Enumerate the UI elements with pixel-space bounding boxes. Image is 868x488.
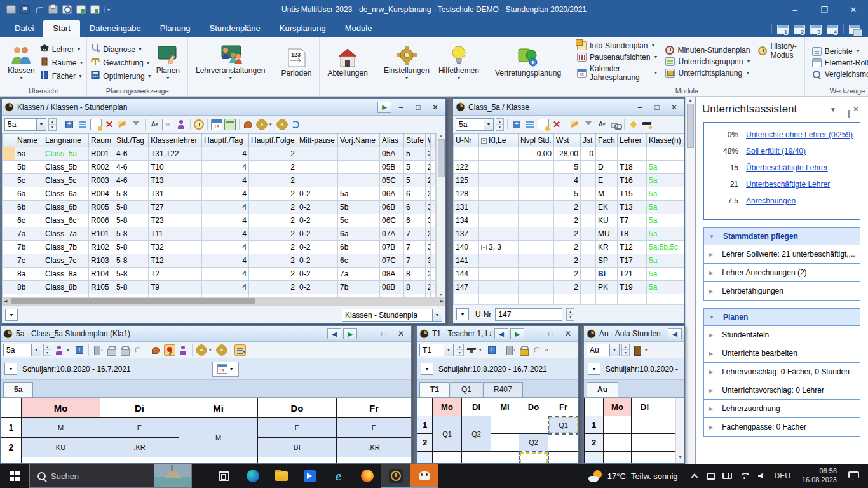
section-header[interactable]: ▼Planen <box>704 309 860 326</box>
empty-cell[interactable] <box>632 434 658 452</box>
fach-cell[interactable]: M <box>596 187 618 201</box>
table-cell[interactable]: 2 <box>249 294 297 297</box>
pin-mode-icon[interactable] <box>164 344 175 356</box>
nvpl-cell[interactable] <box>519 161 554 174</box>
table-cell[interactable]: 6a <box>15 187 43 201</box>
table-cell[interactable]: 0-2 <box>297 268 338 281</box>
close-icon[interactable]: ✕ <box>428 102 443 113</box>
delete-icon[interactable]: ✕ <box>104 119 115 130</box>
class-spinner[interactable]: ▲▼ <box>43 344 51 356</box>
element-rollup-button[interactable]: Element-Rollup <box>812 58 868 67</box>
table-cell[interactable]: 05A <box>380 147 404 161</box>
optimization-icon[interactable] <box>628 119 639 130</box>
tablet-mode-icon[interactable] <box>703 464 719 488</box>
undo-icon[interactable] <box>132 344 144 356</box>
row-selector-cell[interactable] <box>3 161 15 174</box>
perioden-button[interactable]: 123 Perioden <box>276 46 316 79</box>
window-t1-titlebar[interactable]: T1 - Teacher 1, Lau ◀ ▶ – □ ✕ <box>417 326 578 342</box>
notification-center-icon[interactable] <box>848 471 859 480</box>
dropdown-icon[interactable]: ▼ <box>588 363 600 375</box>
table-cell[interactable]: T33 <box>149 294 202 297</box>
diagnose-button[interactable]: Diagnose▼ <box>90 44 151 55</box>
gewichtung-button[interactable]: Gewichtung▼ <box>90 57 151 68</box>
calendar-picker[interactable]: ▼ <box>212 362 239 377</box>
unterrichtsplanung-button[interactable]: Unterrichtsplanung▼ <box>665 69 750 78</box>
day-header-mo[interactable]: Mo <box>604 398 632 416</box>
day-header-mo[interactable]: Mo <box>22 398 100 418</box>
table-cell[interactable]: 3 <box>426 254 431 268</box>
filter-icon[interactable] <box>130 119 142 130</box>
gear-icon[interactable] <box>276 119 288 130</box>
search-highlight-image[interactable] <box>154 464 191 487</box>
table-cell[interactable]: 6b <box>15 201 43 214</box>
settings-gear-icon[interactable] <box>196 344 207 356</box>
klassen-cell[interactable]: 5a <box>647 174 684 187</box>
unr-cell[interactable]: 137 <box>454 227 479 241</box>
format-icon[interactable] <box>151 344 162 356</box>
row-selector-cell[interactable] <box>3 174 15 187</box>
klassen-cell[interactable]: 5a <box>647 187 684 201</box>
table-cell[interactable]: 5a <box>15 147 43 161</box>
fach-cell[interactable]: KR <box>596 241 618 254</box>
fix-window-icon[interactable] <box>486 344 498 356</box>
table-cell[interactable]: 07C <box>380 254 404 268</box>
table-cell[interactable]: 5-8 <box>114 294 149 297</box>
jst-cell[interactable] <box>581 254 596 268</box>
table-cell[interactable]: 2 <box>426 268 431 281</box>
history-modus-button[interactable]: History-Modus <box>758 42 796 60</box>
back-window-icon[interactable]: ◀ <box>327 328 341 339</box>
table-cell[interactable]: 6 <box>404 187 426 201</box>
open-icon[interactable] <box>6 5 16 14</box>
wifi-icon[interactable] <box>736 464 752 488</box>
table-cell[interactable]: 3 <box>426 227 431 241</box>
table-cell[interactable]: 8 <box>404 268 426 281</box>
table-cell[interactable]: 07A <box>380 227 404 241</box>
table-cell[interactable]: 08A <box>380 268 404 281</box>
timetable-window-icon[interactable] <box>224 119 236 130</box>
qat-customize-icon[interactable]: ▾ <box>104 7 110 13</box>
day-header-di[interactable]: Di <box>100 398 179 418</box>
fach-cell[interactable]: SP <box>596 254 618 268</box>
table-cell[interactable]: R003 <box>89 174 114 187</box>
table-cell[interactable]: 4 <box>202 227 249 241</box>
gear-icon[interactable] <box>216 344 227 356</box>
lesson-cell[interactable]: .KR <box>100 438 179 458</box>
table-cell[interactable]: 8c <box>15 294 43 297</box>
lehrer-cell[interactable]: T8 <box>618 227 647 241</box>
klassen-cell[interactable]: 5a <box>647 161 684 174</box>
fach-cell[interactable]: E <box>596 174 618 187</box>
fach-cell[interactable]: D <box>596 161 618 174</box>
section-item[interactable]: ▶Lehrbefähigungen <box>704 282 860 300</box>
klle-cell[interactable] <box>479 227 519 241</box>
file-explorer-icon[interactable] <box>267 464 295 488</box>
wst-cell[interactable]: 2 <box>554 227 581 241</box>
table-cell[interactable]: 5b <box>15 161 43 174</box>
column-header[interactable]: Jst <box>581 134 596 147</box>
lesson-cell[interactable]: E <box>100 418 179 438</box>
class-spinner[interactable]: ▲▼ <box>48 118 57 131</box>
room-spinner[interactable]: ▲▼ <box>621 344 630 356</box>
series-change-icon[interactable]: xx <box>162 119 173 130</box>
table-cell[interactable]: Class_8a <box>43 268 89 281</box>
maximize-icon[interactable]: □ <box>376 328 391 339</box>
close-icon[interactable]: ✕ <box>560 328 576 339</box>
table-cell[interactable]: 5c <box>338 214 380 227</box>
column-header[interactable]: Raum <box>89 134 114 147</box>
export-icon[interactable] <box>90 5 100 14</box>
fächer-button[interactable]: Fächer▼ <box>39 71 84 81</box>
table-cell[interactable]: 2 <box>249 187 297 201</box>
berichte-button[interactable]: Berichte▼ <box>812 47 868 56</box>
klassen-cell[interactable]: 5a <box>647 214 684 227</box>
chevron-down-icon[interactable]: ▾ <box>479 348 484 353</box>
table-cell[interactable]: T32 <box>149 241 202 254</box>
empty-cell[interactable] <box>548 434 579 452</box>
table-cell[interactable]: 3 <box>426 214 431 227</box>
section-item[interactable]: ▶Stundentafeln <box>704 326 860 344</box>
menu-tab-start[interactable]: Start <box>43 20 79 37</box>
table-cell[interactable]: 4 <box>202 174 249 187</box>
lesson-cell[interactable]: KU <box>22 438 100 458</box>
row-selector-cell[interactable] <box>3 254 15 268</box>
workspace-scrollbar[interactable]: ▲ <box>685 97 695 464</box>
class-selector-combo[interactable]: 5a ▼ <box>3 344 41 356</box>
tray-expand-icon[interactable] <box>687 464 702 488</box>
